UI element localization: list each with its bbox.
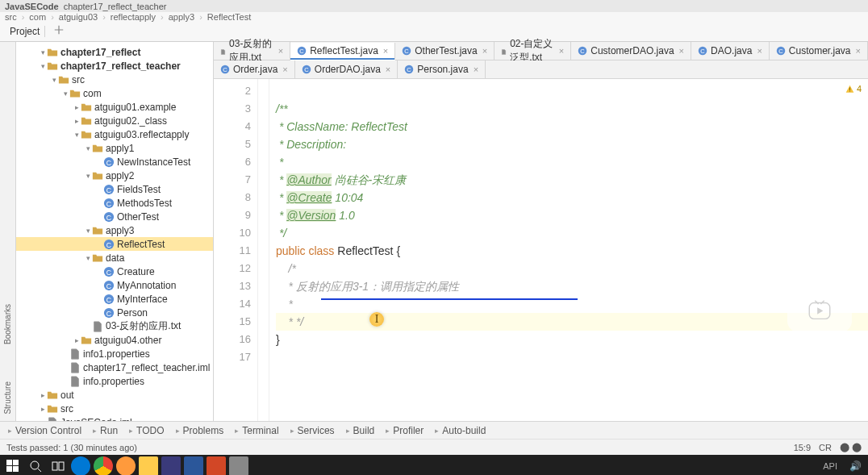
tool-profiler[interactable]: ▸Profiler (386, 425, 424, 436)
file-icon (69, 362, 81, 373)
tree-item-ReflectTest[interactable]: CReflectTest (16, 237, 213, 251)
close-icon[interactable]: × (482, 46, 487, 56)
tree-item-OtherTest[interactable]: COtherTest (16, 210, 213, 223)
folder-icon (81, 129, 92, 140)
tree-item-MyAnnotation[interactable]: CMyAnnotation (16, 278, 213, 292)
tab-CustomerDAO-java[interactable]: CCustomerDAO.java× (571, 42, 691, 60)
close-icon[interactable]: × (856, 46, 861, 56)
collapse-icon[interactable] (53, 24, 65, 38)
chrome-icon[interactable] (94, 456, 113, 475)
tree-item-apply3[interactable]: ▾apply3 (16, 223, 213, 237)
tree-item-data[interactable]: ▾data (16, 251, 213, 265)
tree-label: src (61, 403, 73, 415)
tree-item-MethodsTest[interactable]: CMethodsTest (16, 196, 213, 210)
java-file-icon: C (776, 46, 786, 56)
app-icon-3[interactable] (184, 456, 203, 475)
tab-02-txt[interactable]: 02-自定义泛型.txt× (495, 42, 571, 60)
text-file-icon (220, 46, 226, 56)
annotation-underline (321, 298, 578, 300)
tree-item-apply1[interactable]: ▾apply1 (16, 141, 213, 155)
close-icon[interactable]: × (386, 65, 390, 74)
tree-label: atguigu01.example (94, 102, 176, 113)
tree-item-apply2[interactable]: ▾apply2 (16, 169, 213, 182)
structure-tab[interactable]: Structure (3, 375, 12, 421)
tool-auto-build[interactable]: ▸Auto-build (435, 425, 486, 436)
java-file-icon: C (698, 46, 707, 56)
close-icon[interactable]: × (757, 46, 762, 56)
tab-OtherTest-java[interactable]: COtherTest.java× (395, 42, 495, 60)
tab-Order-java[interactable]: COrder.java× (214, 60, 295, 78)
close-icon[interactable]: × (559, 46, 564, 56)
close-icon[interactable]: × (278, 46, 283, 56)
code-content[interactable]: /** * ClassName: ReflectTest * Descripti… (269, 79, 868, 421)
task-view-icon[interactable] (48, 456, 68, 475)
tab-Person-java[interactable]: CPerson.java× (398, 60, 486, 78)
breadcrumb-item[interactable]: src (5, 12, 17, 22)
tab-03-txt[interactable]: 03-反射的应用.txt× (214, 42, 290, 60)
edge-icon[interactable] (71, 456, 90, 475)
tree-item-src[interactable]: ▾src (16, 73, 213, 86)
project-tool-label[interactable]: Project (5, 26, 45, 37)
tool-terminal[interactable]: ▸Terminal (235, 425, 278, 436)
tree-item-FieldsTest[interactable]: CFieldsTest (16, 182, 213, 196)
tool-build[interactable]: ▸Build (346, 425, 375, 436)
tree-item-chapter17_reflect[interactable]: ▾chapter17_reflect (16, 45, 213, 59)
tree-item-MyInterface[interactable]: CMyInterface (16, 292, 213, 306)
bookmarks-tab[interactable]: Bookmarks (3, 298, 12, 351)
tree-label: data (106, 252, 124, 264)
tree-item-src[interactable]: ▸src (16, 402, 213, 415)
video-watermark-icon (787, 287, 852, 332)
tree-item-com[interactable]: ▾com (16, 86, 213, 100)
tab-Customer-java[interactable]: CCustomer.java× (770, 42, 868, 60)
tool-problems[interactable]: ▸Problems (176, 425, 224, 436)
tool-todo[interactable]: ▸TODO (129, 425, 164, 436)
close-icon[interactable]: × (383, 46, 388, 56)
tool-version-control[interactable]: ▸Version Control (8, 425, 81, 436)
tree-item-Person[interactable]: CPerson (16, 306, 213, 319)
close-icon[interactable]: × (679, 46, 684, 56)
breadcrumb-item[interactable]: ReflectTest (207, 12, 251, 22)
tab-DAO-java[interactable]: CDAO.java× (691, 42, 770, 60)
tool-run[interactable]: ▸Run (93, 425, 118, 436)
tree-item-atguigu01-example[interactable]: ▸atguigu01.example (16, 100, 213, 114)
tree-item-03-txt[interactable]: 03-反射的应用.txt (16, 319, 213, 333)
breadcrumb-item[interactable]: apply3 (169, 12, 194, 22)
tree-item-chapter17_reflect_teacher[interactable]: ▾chapter17_reflect_teacher (16, 59, 213, 73)
close-icon[interactable]: × (474, 65, 478, 74)
tree-label: FieldsTest (117, 184, 161, 195)
tree-label: Creature (117, 266, 155, 277)
line-separator[interactable]: CR (819, 443, 832, 452)
app-icon-4[interactable] (207, 456, 226, 475)
tray-icon[interactable]: 🔊 (845, 456, 865, 475)
breadcrumb-item[interactable]: reflectapply (111, 12, 156, 22)
tree-item-chapter17_reflect_teacher-iml[interactable]: chapter17_reflect_teacher.iml (16, 360, 213, 374)
svg-rect-41 (13, 466, 19, 472)
tree-item-Creature[interactable]: CCreature (16, 265, 213, 278)
tree-label: atguigu02._class (94, 115, 167, 127)
tree-item-atguigu02-_class[interactable]: ▸atguigu02._class (16, 114, 213, 127)
project-tree[interactable]: ▾chapter17_reflect▾chapter17_reflect_tea… (16, 42, 214, 421)
app-icon-5[interactable] (229, 456, 248, 475)
tree-item-JavaSECode-iml[interactable]: JavaSECode.iml (16, 415, 213, 421)
tab-OrderDAO-java[interactable]: COrderDAO.java× (295, 60, 398, 78)
tree-label: ReflectTest (117, 239, 165, 250)
tree-item-atguigu03-reflectapply[interactable]: ▾atguigu03.reflectapply (16, 127, 213, 141)
tree-item-NewInstanceTest[interactable]: CNewInstanceTest (16, 155, 213, 169)
tab-ReflectTest-java[interactable]: CReflectTest.java× (290, 43, 395, 60)
caret-position[interactable]: 15:9 (794, 443, 811, 452)
tree-item-info-properties[interactable]: info.properties (16, 374, 213, 388)
close-icon[interactable]: × (282, 65, 287, 74)
breadcrumb-item[interactable]: com (29, 12, 46, 22)
search-icon[interactable] (26, 456, 45, 475)
tool-services[interactable]: ▸Services (290, 425, 335, 436)
tree-item-out[interactable]: ▸out (16, 388, 213, 402)
app-icon-1[interactable] (116, 456, 136, 475)
windows-start-icon[interactable] (3, 456, 23, 475)
explorer-icon[interactable] (139, 456, 158, 475)
tree-item-atguigu04-other[interactable]: ▸atguigu04.other (16, 333, 213, 347)
tree-item-info1-properties[interactable]: info1.properties (16, 347, 213, 360)
app-icon-2[interactable] (161, 456, 181, 475)
tree-label: chapter17_reflect_teacher.iml (83, 362, 210, 373)
breadcrumb-item[interactable]: atguigu03 (59, 12, 98, 22)
code-editor[interactable]: 234567891011121314151617 /** * ClassName… (214, 79, 868, 421)
